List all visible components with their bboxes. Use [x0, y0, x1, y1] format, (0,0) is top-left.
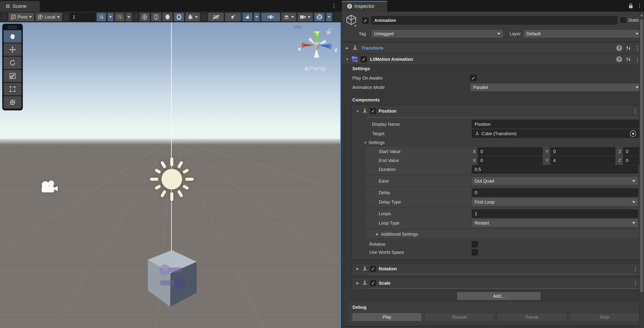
- camera-gizmo[interactable]: [40, 179, 59, 196]
- use-world-space-checkbox[interactable]: [472, 249, 478, 255]
- debug-stop-button[interactable]: Stop: [570, 313, 639, 321]
- snap-options-caret-button[interactable]: [126, 12, 132, 21]
- handle-rotation-button[interactable]: Local: [35, 12, 62, 21]
- static-checkbox[interactable]: [620, 17, 626, 23]
- gameobject-enabled-checkbox[interactable]: ✓: [362, 17, 369, 24]
- audio-toggle-button[interactable]: [225, 12, 241, 21]
- overlay-drag-handle[interactable]: [3, 14, 6, 20]
- grid-size-input[interactable]: [70, 13, 95, 21]
- overlay-drag-handle[interactable]: [65, 14, 67, 20]
- litmotion-help-icon[interactable]: ?: [616, 56, 622, 62]
- end-y-input[interactable]: [550, 156, 615, 165]
- pivot-mode-button[interactable]: Pivot: [8, 12, 34, 21]
- scale-enabled-checkbox[interactable]: ✓: [370, 280, 376, 286]
- scene-viewport[interactable]: y x z Persp: [0, 22, 341, 328]
- draw-mode-shaded-button[interactable]: [140, 12, 150, 21]
- camera-view-button[interactable]: [298, 12, 313, 21]
- grid-visibility-button[interactable]: Y: [96, 12, 106, 21]
- tools-overlay-grip[interactable]: [4, 25, 22, 29]
- play-on-awake-checkbox[interactable]: ✓: [470, 75, 476, 81]
- grid-options-caret-button[interactable]: [107, 12, 114, 21]
- delay-type-row: Delay Type First Loop: [379, 198, 638, 206]
- gizmo-overlay-grip[interactable]: [294, 26, 302, 28]
- transform-foldout-icon[interactable]: ▶: [345, 46, 350, 50]
- start-x-input[interactable]: [478, 147, 543, 156]
- tab-inspector[interactable]: i Inspector: [342, 1, 387, 12]
- ease-dropdown[interactable]: Out Quad: [472, 177, 638, 185]
- gizmos-button[interactable]: [314, 12, 325, 21]
- draw-mode-solid-button[interactable]: [162, 12, 173, 21]
- start-y-input[interactable]: [550, 147, 615, 156]
- rotation-kebab-icon[interactable]: ⋮: [632, 266, 638, 272]
- transform-presets-icon[interactable]: [626, 45, 631, 51]
- transform-tool-button[interactable]: [4, 96, 22, 109]
- rotation-component-card[interactable]: ▶ ✓ Rotation ⋮: [352, 263, 642, 276]
- projection-toggle[interactable]: Persp: [304, 65, 326, 72]
- view-hand-tool-button[interactable]: [4, 30, 22, 43]
- rotation-foldout-icon[interactable]: ▶: [356, 267, 360, 271]
- target-object-field[interactable]: Cube (Transform): [472, 129, 639, 138]
- duration-input[interactable]: [472, 165, 638, 173]
- debug-play-button[interactable]: Play: [352, 313, 422, 321]
- litmotion-component-header[interactable]: ▼ ✓ LitMotion Animation ? ⋮: [342, 54, 644, 65]
- scrollbar-up-arrow[interactable]: ▲: [640, 13, 643, 17]
- position-card-header[interactable]: ▼ ✓ Position ⋮: [352, 105, 642, 117]
- cube-object[interactable]: [143, 246, 201, 313]
- loops-input[interactable]: [472, 209, 638, 218]
- delay-input[interactable]: [472, 188, 638, 197]
- 2d-view-toggle-button[interactable]: 2D: [208, 12, 224, 21]
- gameobject-name-field[interactable]: [371, 16, 618, 24]
- gizmo-x-label[interactable]: x: [298, 46, 301, 52]
- loop-type-dropdown[interactable]: Restart: [472, 219, 638, 227]
- directional-light-gizmo[interactable]: [150, 157, 194, 201]
- overlay-drag-handle[interactable]: [134, 14, 137, 20]
- position-foldout-icon[interactable]: ▼: [356, 109, 360, 113]
- debug-draw-mode-button[interactable]: [185, 12, 200, 21]
- lock-icon[interactable]: [628, 3, 633, 9]
- move-tool-button[interactable]: [4, 43, 22, 56]
- litmotion-presets-icon[interactable]: [626, 56, 631, 62]
- gameobject-cube-icon[interactable]: [346, 14, 357, 27]
- litmotion-enabled-checkbox[interactable]: ✓: [360, 56, 367, 62]
- debug-restart-button[interactable]: Restart: [424, 313, 494, 321]
- snap-settings-button[interactable]: [115, 12, 124, 21]
- rect-tool-button[interactable]: [4, 83, 22, 95]
- tab-scene[interactable]: Scene: [0, 1, 40, 12]
- layer-dropdown[interactable]: Default: [524, 29, 642, 38]
- gizmo-z-label[interactable]: z: [335, 47, 337, 53]
- transform-component-header[interactable]: ▶ Transform ? ⋮: [342, 42, 644, 53]
- scene-visibility-button[interactable]: [261, 12, 280, 21]
- inspector-scrollbar-thumb[interactable]: [640, 19, 643, 292]
- overlay-drag-handle[interactable]: [203, 14, 205, 20]
- layers-button[interactable]: [282, 12, 296, 21]
- effects-caret-button[interactable]: [254, 12, 260, 21]
- additional-settings-foldout[interactable]: ▶ Additional Settings: [375, 230, 634, 238]
- effects-toggle-button[interactable]: [242, 12, 252, 21]
- end-x-input[interactable]: [478, 156, 543, 165]
- delay-type-dropdown[interactable]: First Loop: [472, 198, 638, 206]
- scale-tool-button[interactable]: [4, 70, 22, 82]
- debug-pause-button[interactable]: Pause: [497, 313, 567, 321]
- position-kebab-icon[interactable]: ⋮: [632, 108, 638, 114]
- gizmo-y-label[interactable]: y: [316, 29, 319, 35]
- draw-mode-shaded-wire-button[interactable]: [151, 12, 161, 21]
- litmotion-foldout-icon[interactable]: ▼: [345, 57, 350, 61]
- inspector-menu-kebab-icon[interactable]: ⋮: [636, 2, 642, 8]
- object-picker-icon[interactable]: [630, 131, 636, 137]
- gizmos-caret-button[interactable]: [326, 12, 332, 21]
- animation-mode-dropdown[interactable]: Parallel: [470, 83, 642, 92]
- rotation-enabled-checkbox[interactable]: ✓: [370, 266, 376, 272]
- scene-menu-kebab-icon[interactable]: ⋮: [331, 2, 337, 8]
- position-settings-foldout[interactable]: ▼ Settings: [363, 139, 384, 146]
- add-component-button[interactable]: Add...: [457, 292, 541, 300]
- display-name-input[interactable]: [472, 120, 639, 129]
- draw-mode-outline-button[interactable]: [174, 12, 184, 21]
- scale-foldout-icon[interactable]: ▶: [356, 281, 360, 285]
- rotate-tool-button[interactable]: [4, 56, 22, 69]
- scale-component-card[interactable]: ▶ ✓ Scale ⋮: [352, 278, 642, 290]
- position-enabled-checkbox[interactable]: ✓: [370, 108, 376, 114]
- scale-kebab-icon[interactable]: ⋮: [632, 280, 638, 286]
- tag-dropdown[interactable]: Untagged: [371, 29, 503, 38]
- transform-help-icon[interactable]: ?: [616, 45, 622, 51]
- relative-checkbox[interactable]: [472, 241, 478, 247]
